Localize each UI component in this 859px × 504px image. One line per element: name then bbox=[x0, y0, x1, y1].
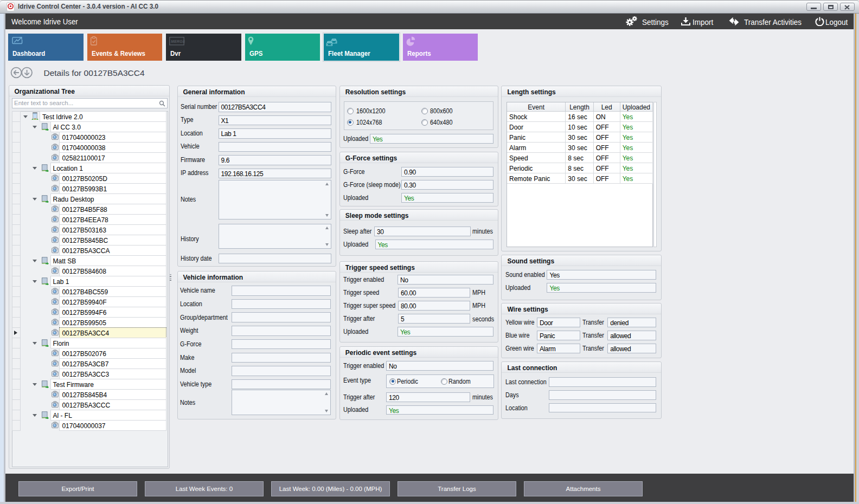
svg-text:MERGE: MERGE bbox=[171, 40, 185, 43]
